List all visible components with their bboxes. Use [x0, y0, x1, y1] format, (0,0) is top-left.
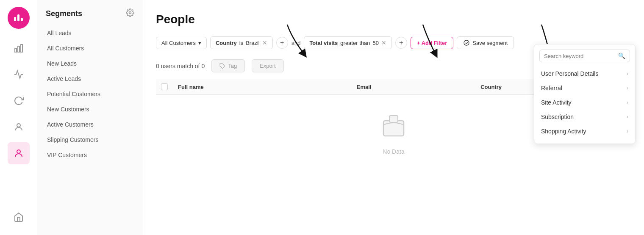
save-segment-label: Save segment — [472, 40, 508, 46]
add-filter-button[interactable]: + Add Filter — [411, 37, 453, 49]
dropdown-items-list: User Personal Details›Referral›Site Acti… — [534, 66, 635, 138]
dropdown-item-shopping-activity[interactable]: Shopping Activity› — [534, 124, 635, 138]
chevron-down-icon: ▾ — [198, 40, 201, 46]
svg-rect-9 — [389, 116, 398, 122]
search-icon: 🔍 — [618, 53, 625, 59]
sidebar-item-potential-customers[interactable]: Potential Customers — [37, 86, 143, 102]
sidebar-item-active-customers[interactable]: Active Customers — [37, 117, 143, 132]
sidebar-item-active-leads[interactable]: Active Leads — [37, 71, 143, 86]
filter-add-after-country[interactable]: + — [276, 37, 288, 49]
sidebar-nav: All LeadsAll CustomersNew LeadsActive Le… — [37, 25, 143, 163]
filter-dropdown-overlay: 🔍 User Personal Details›Referral›Site Ac… — [534, 44, 636, 144]
page-title: People — [156, 13, 631, 26]
sidebar-item-all-leads[interactable]: All Leads — [37, 25, 143, 41]
sidebar-item-vip-customers[interactable]: VIP Customers — [37, 147, 143, 163]
filter-close-visits[interactable]: ✕ — [381, 39, 386, 46]
filter-search-input[interactable] — [544, 53, 616, 59]
chevron-right-icon: › — [627, 85, 628, 91]
no-data-text: No Data — [383, 148, 404, 155]
svg-point-3 — [17, 124, 20, 127]
main-content: People All Customers ▾ Country is Brazil… — [143, 0, 644, 235]
no-data-icon — [380, 112, 407, 145]
svg-rect-0 — [15, 48, 17, 52]
export-button[interactable]: Export — [252, 59, 284, 72]
nav-icon-people[interactable] — [8, 142, 30, 164]
sidebar-item-new-customers[interactable]: New Customers — [37, 102, 143, 117]
save-segment-button[interactable]: Save segment — [457, 36, 514, 49]
filter-field-country: Country — [216, 40, 237, 46]
filter-value-country: Brazil — [246, 40, 260, 46]
save-icon — [463, 39, 470, 46]
nav-icon-user-circle[interactable] — [8, 116, 30, 138]
match-text: 0 users match of 0 — [156, 63, 205, 69]
select-all-checkbox[interactable] — [161, 83, 168, 90]
gear-icon[interactable] — [126, 8, 134, 19]
table-header-checkbox — [156, 79, 173, 95]
sidebar-item-new-leads[interactable]: New Leads — [37, 56, 143, 71]
tag-label: Tag — [228, 63, 237, 69]
svg-point-5 — [129, 12, 131, 14]
filter-segment-dropdown[interactable]: All Customers ▾ — [156, 37, 207, 49]
filter-close-country[interactable]: ✕ — [262, 39, 267, 46]
sidebar-item-slipping-customers[interactable]: Slipping Customers — [37, 132, 143, 147]
filter-segment-label: All Customers — [161, 40, 196, 46]
dropdown-item-referral[interactable]: Referral› — [534, 81, 635, 95]
tag-button[interactable]: Tag — [211, 59, 245, 72]
nav-icon-analytics[interactable] — [8, 64, 30, 86]
nav-icon-home[interactable] — [8, 206, 30, 228]
sidebar-title: Segments — [46, 9, 82, 18]
svg-point-6 — [464, 40, 469, 45]
chevron-right-icon: › — [627, 114, 628, 120]
filter-operator-country: is — [239, 40, 243, 46]
filter-operator-visits: greater than — [340, 40, 370, 46]
nav-icon-dashboard[interactable] — [8, 37, 30, 59]
sidebar-header: Segments — [37, 8, 143, 25]
filter-search-box: 🔍 — [539, 50, 630, 62]
chevron-right-icon: › — [627, 71, 628, 77]
svg-rect-2 — [21, 44, 22, 52]
chevron-right-icon: › — [627, 128, 628, 134]
app-logo[interactable] — [8, 7, 30, 29]
svg-point-4 — [17, 150, 20, 153]
filter-add-after-visits[interactable]: + — [395, 37, 407, 49]
left-sidebar: Segments All LeadsAll CustomersNew Leads… — [37, 0, 143, 235]
filter-chip-visits: Total visits greater than 50 ✕ — [304, 36, 392, 49]
column-email: Email — [352, 79, 475, 95]
and-label: and — [291, 40, 301, 46]
filter-value-visits: 50 — [372, 40, 378, 46]
dropdown-item-user-personal-details[interactable]: User Personal Details› — [534, 66, 635, 81]
column-fullname: Full name — [173, 79, 352, 95]
icon-sidebar — [0, 0, 37, 235]
svg-rect-1 — [18, 46, 19, 52]
sidebar-item-all-customers[interactable]: All Customers — [37, 41, 143, 56]
tag-icon — [219, 63, 225, 69]
dropdown-item-site-activity[interactable]: Site Activity› — [534, 95, 635, 110]
dropdown-item-subscription[interactable]: Subscription› — [534, 110, 635, 124]
nav-icon-sync[interactable] — [8, 90, 30, 112]
filter-chip-country: Country is Brazil ✕ — [210, 36, 273, 49]
filter-field-visits: Total visits — [309, 40, 338, 46]
chevron-right-icon: › — [627, 100, 628, 105]
export-label: Export — [260, 63, 276, 69]
